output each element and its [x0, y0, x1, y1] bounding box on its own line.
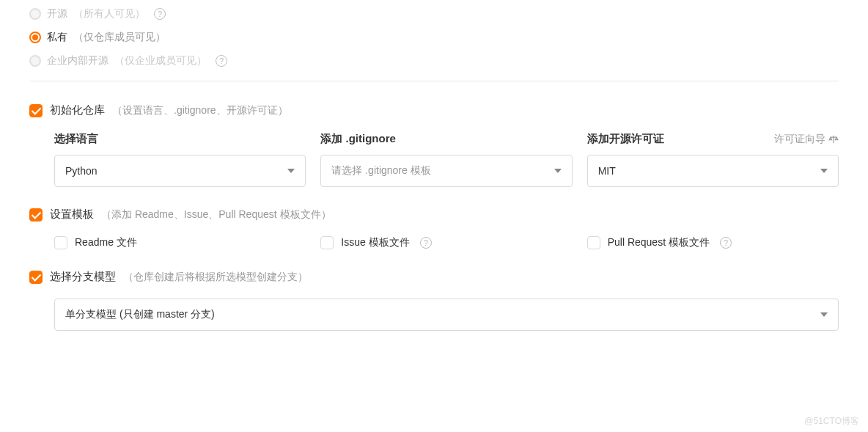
branch-checkbox[interactable]: [29, 271, 43, 284]
gitignore-placeholder: 请选择 .gitignore 模板: [331, 164, 430, 177]
visibility-private-radio[interactable]: [29, 32, 41, 43]
template-note: （添加 Readme、Issue、Pull Request 模板文件）: [101, 208, 331, 222]
template-title: 设置模板: [50, 208, 94, 222]
chevron-down-icon: [820, 312, 828, 317]
license-guide-link[interactable]: 许可证向导: [774, 133, 839, 146]
language-select[interactable]: Python: [54, 155, 306, 187]
branch-head[interactable]: 选择分支模型 （仓库创建后将根据所选模型创建分支）: [29, 270, 839, 284]
chevron-down-icon: [554, 169, 562, 173]
readme-label: Readme 文件: [75, 236, 137, 249]
pr-checkbox[interactable]: [587, 236, 600, 249]
issue-checkbox[interactable]: [320, 236, 334, 249]
init-repo-note: （设置语言、.gitignore、开源许可证）: [112, 104, 288, 117]
visibility-private-label: 私有: [47, 31, 67, 44]
help-icon[interactable]: ?: [216, 55, 227, 67]
init-repo-checkbox[interactable]: [29, 104, 43, 117]
visibility-private-note: （仅仓库成员可见）: [73, 31, 166, 44]
visibility-enterprise-note: （仅企业成员可见）: [114, 54, 207, 67]
license-select[interactable]: MIT: [587, 155, 839, 187]
visibility-enterprise-row: 企业内部开源 （仅企业成员可见） ?: [29, 54, 839, 67]
init-repo-head[interactable]: 初始化仓库 （设置语言、.gitignore、开源许可证）: [29, 103, 839, 117]
language-label: 选择语言: [54, 132, 98, 146]
help-icon[interactable]: ?: [154, 8, 166, 20]
template-options: Readme 文件 Issue 模板文件 ? Pull Request 模板文件…: [29, 236, 839, 249]
help-icon[interactable]: ?: [420, 237, 432, 249]
template-checkbox[interactable]: [29, 208, 43, 222]
pr-label: Pull Request 模板文件: [608, 236, 710, 249]
visibility-open-label: 开源: [47, 7, 67, 21]
pr-option[interactable]: Pull Request 模板文件 ?: [587, 236, 839, 249]
license-label: 添加开源许可证: [587, 132, 664, 146]
branch-title: 选择分支模型: [50, 270, 116, 284]
branch-value: 单分支模型 (只创建 master 分支): [65, 308, 215, 321]
gitignore-label: 添加 .gitignore: [320, 132, 396, 146]
branch-select-wrap: 单分支模型 (只创建 master 分支): [29, 299, 839, 331]
visibility-open-radio: [29, 8, 41, 20]
branch-select[interactable]: 单分支模型 (只创建 master 分支): [54, 299, 839, 331]
issue-option[interactable]: Issue 模板文件 ?: [320, 236, 572, 249]
visibility-enterprise-radio: [29, 55, 41, 67]
init-repo-columns: 选择语言 Python 添加 .gitignore 请选择 .gitignore…: [29, 132, 839, 187]
visibility-private-row[interactable]: 私有 （仅仓库成员可见）: [29, 31, 839, 44]
init-repo-title: 初始化仓库: [50, 103, 105, 117]
gitignore-column: 添加 .gitignore 请选择 .gitignore 模板: [320, 132, 572, 187]
branch-note: （仓库创建后将根据所选模型创建分支）: [123, 271, 308, 284]
language-column: 选择语言 Python: [54, 132, 306, 187]
help-icon[interactable]: ?: [720, 237, 732, 249]
gitignore-select[interactable]: 请选择 .gitignore 模板: [320, 155, 572, 187]
template-section: 设置模板 （添加 Readme、Issue、Pull Request 模板文件）…: [29, 208, 839, 249]
divider: [29, 81, 839, 81]
template-head[interactable]: 设置模板 （添加 Readme、Issue、Pull Request 模板文件）: [29, 208, 839, 222]
chevron-down-icon: [820, 169, 828, 173]
license-column: 添加开源许可证 许可证向导 MIT: [587, 132, 839, 187]
readme-option[interactable]: Readme 文件: [54, 236, 306, 249]
issue-label: Issue 模板文件: [341, 236, 409, 249]
visibility-open-note: （所有人可见）: [73, 7, 145, 21]
init-repo-section: 初始化仓库 （设置语言、.gitignore、开源许可证） 选择语言 Pytho…: [29, 103, 839, 187]
chevron-down-icon: [287, 169, 295, 173]
scale-icon: [828, 134, 839, 144]
license-value: MIT: [598, 165, 616, 177]
language-value: Python: [65, 165, 98, 177]
visibility-open-row: 开源 （所有人可见） ?: [29, 7, 839, 21]
readme-checkbox[interactable]: [54, 236, 67, 249]
branch-section: 选择分支模型 （仓库创建后将根据所选模型创建分支） 单分支模型 (只创建 mas…: [29, 270, 839, 331]
visibility-enterprise-label: 企业内部开源: [47, 54, 108, 67]
